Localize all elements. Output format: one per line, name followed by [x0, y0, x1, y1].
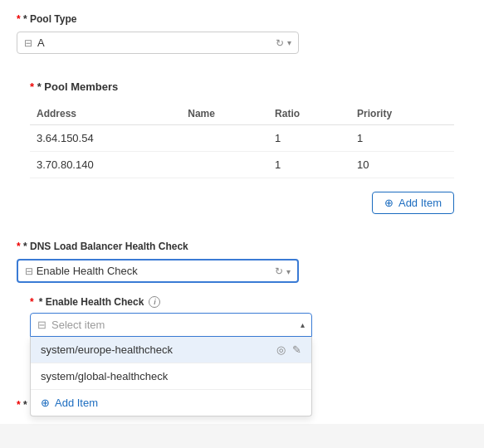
- add-pool-member-plus-icon: ⊕: [384, 197, 394, 209]
- dropdown-item-global[interactable]: system/global-healthcheck: [31, 363, 311, 389]
- enable-hc-dropdown-container: ⊟ Select item ▴ system/europe-healthchec…: [30, 313, 312, 337]
- pool-type-label: * * Pool Type: [17, 13, 467, 25]
- cell-address-2: 3.70.80.140: [30, 152, 181, 178]
- pool-type-select[interactable]: ⊟ A ↻ ▾: [17, 32, 299, 54]
- cell-priority-1: 1: [350, 125, 454, 152]
- pool-members-table: Address Name Ratio Priority 3.64.150.54 …: [30, 103, 454, 178]
- dropdown-add-item-label: Add Item: [55, 397, 98, 409]
- pool-type-value: A: [37, 37, 45, 49]
- col-priority: Priority: [350, 103, 454, 125]
- dropdown-item-europe-label: system/europe-healthcheck: [41, 343, 173, 356]
- col-ratio: Ratio: [268, 103, 350, 125]
- enable-hc-select-box[interactable]: ⊟ Select item ▴: [30, 313, 312, 337]
- cell-ratio-1: 1: [268, 125, 350, 152]
- cell-ratio-2: 1: [268, 152, 350, 178]
- dns-filter-icon: ⊟: [25, 265, 33, 277]
- dropdown-item-europe[interactable]: system/europe-healthcheck ◎ ✎: [31, 337, 311, 363]
- dns-chevron-down-icon[interactable]: ▾: [286, 267, 291, 276]
- pool-members-title: * * Pool Members: [30, 80, 454, 93]
- dns-refresh-icon[interactable]: ↻: [275, 265, 283, 277]
- pool-type-select-inner: ⊟ A: [24, 37, 276, 49]
- dropdown-item-global-label: system/global-healthcheck: [41, 370, 168, 382]
- dropdown-add-item-button[interactable]: ⊕ Add Item: [31, 390, 311, 416]
- select-icon: ⊟: [37, 319, 46, 331]
- dns-selected-value: Enable Health Check: [37, 265, 138, 277]
- filter-icon: ⊟: [24, 37, 32, 49]
- dropdown-add-plus-icon: ⊕: [41, 397, 50, 409]
- chevron-down-icon[interactable]: ▾: [287, 38, 291, 47]
- table-row: 3.64.150.54 1 1: [30, 125, 454, 152]
- pool-type-actions: ↻ ▾: [276, 37, 291, 49]
- cell-name-1: [181, 125, 268, 152]
- enable-hc-placeholder: ⊟ Select item: [37, 319, 105, 331]
- cell-address-1: 3.64.150.54: [30, 125, 181, 152]
- enable-hc-label: * * Enable Health Check i: [30, 296, 467, 308]
- dns-section-label: * * DNS Load Balancer Health Check: [17, 241, 467, 252]
- dns-select-inner: ⊟ Enable Health Check: [25, 265, 138, 277]
- enable-hc-dropdown-list: system/europe-healthcheck ◎ ✎ system/glo…: [30, 337, 312, 416]
- info-icon[interactable]: i: [149, 296, 160, 308]
- pool-members-section: * * Pool Members Address Name Ratio Prio…: [17, 71, 467, 224]
- dns-select-control[interactable]: ⊟ Enable Health Check ↻ ▾: [17, 259, 299, 283]
- main-container: * * Pool Type ⊟ A ↻ ▾ * * Pool Members A…: [0, 0, 484, 424]
- dropdown-item-europe-actions: ◎ ✎: [276, 343, 301, 356]
- enable-hc-chevron-up-icon: ▴: [301, 320, 305, 329]
- refresh-icon[interactable]: ↻: [276, 37, 284, 49]
- col-address: Address: [30, 103, 181, 125]
- eye-icon[interactable]: ◎: [276, 343, 286, 356]
- enable-health-check-section: * * Enable Health Check i ⊟ Select item …: [17, 296, 467, 337]
- table-row: 3.70.80.140 1 10: [30, 152, 454, 178]
- edit-icon[interactable]: ✎: [292, 343, 301, 356]
- add-pool-member-label: Add Item: [398, 197, 442, 209]
- dns-health-check-section: * * DNS Load Balancer Health Check ⊟ Ena…: [17, 241, 467, 283]
- cell-priority-2: 10: [350, 152, 454, 178]
- col-name: Name: [181, 103, 268, 125]
- cell-name-2: [181, 152, 268, 178]
- pool-type-section: * * Pool Type ⊟ A ↻ ▾: [17, 13, 467, 54]
- add-pool-member-button[interactable]: ⊕ Add Item: [372, 192, 454, 214]
- table-actions-row: ⊕ Add Item: [30, 185, 454, 214]
- dns-select-actions: ↻ ▾: [275, 265, 291, 277]
